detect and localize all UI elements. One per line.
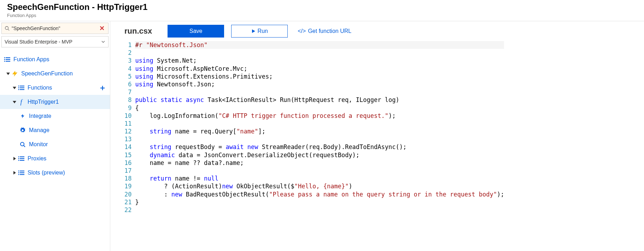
svg-point-11 — [18, 86, 19, 87]
svg-point-19 — [22, 130, 23, 131]
page-subtitle: Function Apps — [7, 13, 637, 18]
play-icon — [251, 29, 256, 33]
caret-down-icon — [13, 100, 16, 104]
caret-right-icon — [13, 171, 16, 175]
tree-slots[interactable]: Slots (preview) — [0, 166, 110, 180]
tree-functions[interactable]: Functions ＋ — [0, 81, 110, 95]
subscription-dropdown[interactable]: Visual Studio Enterprise - MVP — [1, 36, 109, 47]
tree-label: HttpTrigger1 — [28, 99, 59, 105]
tree-label: Proxies — [28, 155, 46, 162]
svg-marker-9 — [12, 71, 17, 76]
svg-point-23 — [18, 156, 19, 158]
run-button[interactable]: Run — [231, 25, 288, 38]
nav-tree: Function Apps SpeechGenFunction Function… — [0, 51, 110, 181]
tree-label: SpeechGenFunction — [21, 70, 73, 77]
svg-marker-17 — [13, 101, 16, 103]
editor-toolbar: run.csx Save Run </> Get function URL — [110, 21, 644, 41]
svg-point-15 — [18, 89, 19, 90]
svg-marker-36 — [252, 29, 255, 33]
caret-right-icon — [13, 157, 16, 160]
tree-manage[interactable]: Manage — [0, 123, 110, 137]
page-header: SpeechGenFunction - HttpTrigger1 Functio… — [0, 0, 644, 21]
clear-search-icon[interactable]: ✕ — [99, 24, 105, 32]
caret-down-icon — [6, 72, 10, 75]
search-input[interactable] — [12, 25, 99, 31]
tree-proxies[interactable]: Proxies — [0, 152, 110, 166]
magnify-icon — [19, 141, 26, 148]
svg-point-34 — [18, 174, 19, 175]
tree-label: Slots (preview) — [28, 170, 65, 176]
subscription-label: Visual Studio Enterprise - MVP — [5, 39, 72, 45]
filename-label: run.csx — [124, 27, 152, 36]
tree-label: Function Apps — [13, 56, 49, 63]
svg-point-27 — [18, 160, 19, 161]
tree-label: Manage — [29, 127, 49, 133]
svg-point-20 — [21, 142, 24, 146]
line-gutter: 12345678910111213141516171819202122 — [124, 41, 135, 214]
svg-line-21 — [24, 146, 25, 147]
tree-trigger-http1[interactable]: f HttpTrigger1 — [0, 95, 110, 109]
search-input-wrapper[interactable]: ✕ — [1, 23, 109, 34]
tree-root-function-apps[interactable]: Function Apps — [0, 52, 110, 67]
tree-label: Integrate — [29, 113, 51, 119]
code-editor[interactable]: 12345678910111213141516171819202122 #r "… — [110, 41, 644, 214]
chevron-down-icon — [101, 40, 105, 44]
code-icon: </> — [298, 28, 306, 34]
code-content[interactable]: #r "Newtonsoft.Json" using System.Net;us… — [135, 41, 504, 214]
function-icon: f — [18, 98, 25, 105]
svg-point-32 — [18, 172, 19, 173]
svg-point-6 — [4, 61, 5, 62]
svg-point-25 — [18, 158, 19, 159]
caret-down-icon — [13, 86, 16, 90]
list-icon — [18, 84, 25, 91]
list-icon — [18, 155, 25, 162]
search-icon — [5, 26, 10, 31]
svg-point-0 — [5, 27, 8, 30]
list-icon — [4, 56, 11, 63]
tree-integrate[interactable]: Integrate — [0, 109, 110, 123]
svg-marker-29 — [13, 171, 16, 175]
save-button[interactable]: Save — [168, 25, 224, 38]
tree-app-speechgen[interactable]: SpeechGenFunction — [0, 67, 110, 81]
list-icon — [18, 169, 25, 176]
svg-point-2 — [4, 57, 5, 58]
svg-line-1 — [8, 29, 10, 31]
svg-point-30 — [18, 171, 19, 172]
svg-marker-18 — [21, 114, 24, 118]
gear-icon — [19, 127, 26, 134]
sidebar: ✕ Visual Studio Enterprise - MVP Functio… — [0, 21, 110, 251]
svg-marker-8 — [6, 73, 10, 75]
tree-label: Functions — [28, 85, 52, 91]
page-title: SpeechGenFunction - HttpTrigger1 — [7, 2, 637, 12]
function-app-icon — [11, 70, 18, 77]
get-function-url-link[interactable]: </> Get function URL — [298, 28, 351, 34]
svg-marker-10 — [13, 87, 16, 89]
tree-monitor[interactable]: Monitor — [0, 137, 110, 152]
svg-point-13 — [18, 87, 19, 89]
editor-pane: run.csx Save Run </> Get function URL 12… — [110, 21, 644, 251]
tree-label: Monitor — [29, 141, 48, 148]
svg-point-4 — [4, 59, 5, 60]
bolt-icon — [19, 113, 26, 120]
add-function-icon[interactable]: ＋ — [99, 82, 106, 93]
svg-marker-22 — [13, 157, 16, 160]
